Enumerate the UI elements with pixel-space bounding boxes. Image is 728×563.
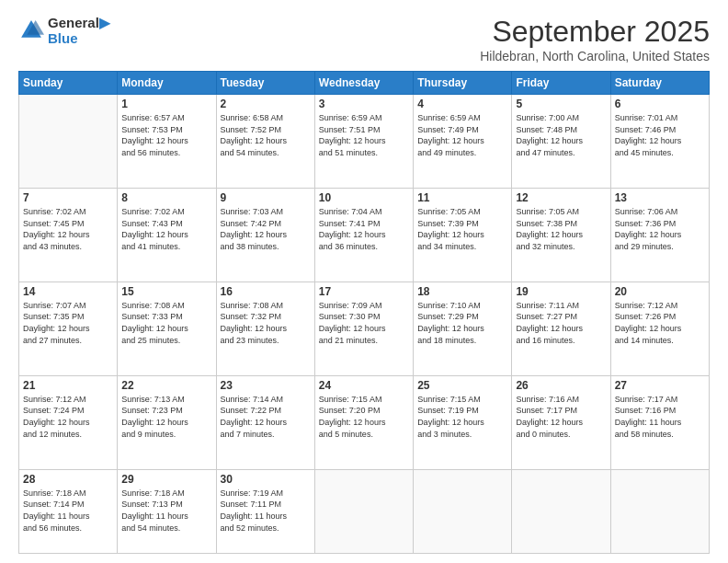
day-number: 11 [417,191,507,204]
day-number: 24 [319,379,409,392]
col-saturday: Saturday [610,72,709,95]
day-info: Sunrise: 7:05 AM Sunset: 7:38 PM Dayligh… [516,206,606,252]
table-row: 22Sunrise: 7:13 AM Sunset: 7:23 PM Dayli… [118,375,216,469]
day-number: 4 [417,98,507,110]
table-row: 12Sunrise: 7:05 AM Sunset: 7:38 PM Dayli… [512,188,610,282]
day-number: 28 [23,473,113,486]
table-row [19,95,118,189]
day-number: 25 [417,379,507,392]
table-row: 26Sunrise: 7:16 AM Sunset: 7:17 PM Dayli… [512,375,610,469]
page: General▶ Blue September 2025 Hildebran, … [0,0,728,563]
day-info: Sunrise: 7:15 AM Sunset: 7:19 PM Dayligh… [417,394,507,440]
day-info: Sunrise: 6:58 AM Sunset: 7:52 PM Dayligh… [221,112,311,158]
month-title: September 2025 [480,15,710,49]
day-info: Sunrise: 7:08 AM Sunset: 7:33 PM Dayligh… [121,300,211,346]
col-wednesday: Wednesday [314,72,413,95]
table-row: 10Sunrise: 7:04 AM Sunset: 7:41 PM Dayli… [314,188,413,282]
day-number: 9 [221,191,311,204]
day-number: 8 [121,191,211,204]
day-info: Sunrise: 6:59 AM Sunset: 7:51 PM Dayligh… [319,112,409,158]
table-row: 16Sunrise: 7:08 AM Sunset: 7:32 PM Dayli… [216,282,314,375]
table-row: 13Sunrise: 7:06 AM Sunset: 7:36 PM Dayli… [610,188,709,282]
day-number: 16 [221,285,311,298]
table-row: 2Sunrise: 6:58 AM Sunset: 7:52 PM Daylig… [216,95,314,189]
day-info: Sunrise: 7:05 AM Sunset: 7:39 PM Dayligh… [417,206,507,252]
day-info: Sunrise: 7:14 AM Sunset: 7:22 PM Dayligh… [221,394,311,440]
table-row: 20Sunrise: 7:12 AM Sunset: 7:26 PM Dayli… [610,282,709,375]
table-row: 1Sunrise: 6:57 AM Sunset: 7:53 PM Daylig… [118,95,216,189]
table-row: 28Sunrise: 7:18 AM Sunset: 7:14 PM Dayli… [19,469,118,553]
table-row: 21Sunrise: 7:12 AM Sunset: 7:24 PM Dayli… [19,375,118,469]
day-info: Sunrise: 7:10 AM Sunset: 7:29 PM Dayligh… [417,300,507,346]
table-row: 19Sunrise: 7:11 AM Sunset: 7:27 PM Dayli… [512,282,610,375]
day-info: Sunrise: 7:18 AM Sunset: 7:14 PM Dayligh… [23,488,113,534]
table-row [314,469,413,553]
day-info: Sunrise: 7:09 AM Sunset: 7:30 PM Dayligh… [319,300,409,346]
table-row: 23Sunrise: 7:14 AM Sunset: 7:22 PM Dayli… [216,375,314,469]
day-info: Sunrise: 7:01 AM Sunset: 7:46 PM Dayligh… [615,112,705,158]
location: Hildebran, North Carolina, United States [480,49,710,63]
day-info: Sunrise: 7:08 AM Sunset: 7:32 PM Dayligh… [221,300,311,346]
table-row [512,469,610,553]
day-info: Sunrise: 6:59 AM Sunset: 7:49 PM Dayligh… [417,112,507,158]
table-row [610,469,709,553]
day-number: 14 [23,285,113,298]
day-info: Sunrise: 7:04 AM Sunset: 7:41 PM Dayligh… [319,206,409,252]
day-number: 2 [221,98,311,110]
day-info: Sunrise: 7:13 AM Sunset: 7:23 PM Dayligh… [121,394,211,440]
day-number: 15 [121,285,211,298]
table-row: 8Sunrise: 7:02 AM Sunset: 7:43 PM Daylig… [118,188,216,282]
table-row: 14Sunrise: 7:07 AM Sunset: 7:35 PM Dayli… [19,282,118,375]
day-info: Sunrise: 7:06 AM Sunset: 7:36 PM Dayligh… [615,206,705,252]
day-info: Sunrise: 7:07 AM Sunset: 7:35 PM Dayligh… [23,300,113,346]
day-number: 27 [615,379,705,392]
day-info: Sunrise: 7:17 AM Sunset: 7:16 PM Dayligh… [615,394,705,440]
day-info: Sunrise: 7:03 AM Sunset: 7:42 PM Dayligh… [221,206,311,252]
table-row: 15Sunrise: 7:08 AM Sunset: 7:33 PM Dayli… [118,282,216,375]
day-info: Sunrise: 7:00 AM Sunset: 7:48 PM Dayligh… [516,112,606,158]
day-info: Sunrise: 6:57 AM Sunset: 7:53 PM Dayligh… [121,112,211,158]
table-row: 5Sunrise: 7:00 AM Sunset: 7:48 PM Daylig… [512,95,610,189]
table-row: 11Sunrise: 7:05 AM Sunset: 7:39 PM Dayli… [414,188,512,282]
title-block: September 2025 Hildebran, North Carolina… [480,15,710,63]
logo-text: General▶ Blue [48,15,110,47]
calendar-header-row: Sunday Monday Tuesday Wednesday Thursday… [19,72,710,95]
day-number: 30 [221,473,311,486]
day-info: Sunrise: 7:19 AM Sunset: 7:11 PM Dayligh… [221,488,311,534]
logo: General▶ Blue [18,15,110,47]
col-sunday: Sunday [19,72,118,95]
day-number: 22 [121,379,211,392]
table-row: 25Sunrise: 7:15 AM Sunset: 7:19 PM Dayli… [414,375,512,469]
day-info: Sunrise: 7:02 AM Sunset: 7:45 PM Dayligh… [23,206,113,252]
day-number: 13 [615,191,705,204]
table-row: 18Sunrise: 7:10 AM Sunset: 7:29 PM Dayli… [414,282,512,375]
table-row [414,469,512,553]
day-number: 17 [319,285,409,298]
col-thursday: Thursday [414,72,512,95]
day-number: 1 [121,98,211,110]
table-row: 27Sunrise: 7:17 AM Sunset: 7:16 PM Dayli… [610,375,709,469]
logo-icon [18,17,44,43]
table-row: 7Sunrise: 7:02 AM Sunset: 7:45 PM Daylig… [19,188,118,282]
table-row: 4Sunrise: 6:59 AM Sunset: 7:49 PM Daylig… [414,95,512,189]
col-friday: Friday [512,72,610,95]
table-row: 3Sunrise: 6:59 AM Sunset: 7:51 PM Daylig… [314,95,413,189]
day-number: 23 [221,379,311,392]
day-number: 20 [615,285,705,298]
table-row: 30Sunrise: 7:19 AM Sunset: 7:11 PM Dayli… [216,469,314,553]
col-monday: Monday [118,72,216,95]
day-number: 7 [23,191,113,204]
table-row: 17Sunrise: 7:09 AM Sunset: 7:30 PM Dayli… [314,282,413,375]
day-info: Sunrise: 7:12 AM Sunset: 7:26 PM Dayligh… [615,300,705,346]
day-number: 19 [516,285,606,298]
day-number: 6 [615,98,705,110]
day-number: 29 [121,473,211,486]
day-info: Sunrise: 7:16 AM Sunset: 7:17 PM Dayligh… [516,394,606,440]
day-number: 3 [319,98,409,110]
table-row: 9Sunrise: 7:03 AM Sunset: 7:42 PM Daylig… [216,188,314,282]
table-row: 29Sunrise: 7:18 AM Sunset: 7:13 PM Dayli… [118,469,216,553]
day-number: 21 [23,379,113,392]
day-number: 18 [417,285,507,298]
calendar-table: Sunday Monday Tuesday Wednesday Thursday… [18,71,710,554]
day-number: 10 [319,191,409,204]
